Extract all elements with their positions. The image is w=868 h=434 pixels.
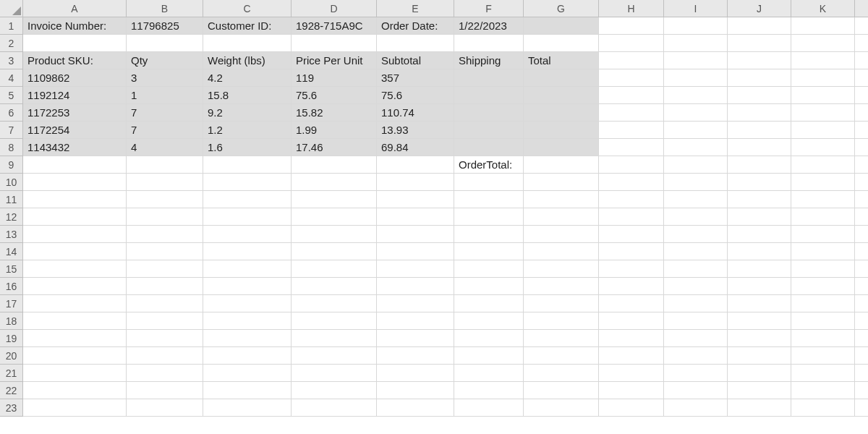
- cell-C12[interactable]: [203, 208, 292, 226]
- cell-K12[interactable]: [791, 208, 855, 226]
- cell-G18[interactable]: [524, 312, 599, 330]
- cell-E6[interactable]: 110.74: [377, 104, 454, 122]
- cell-F20[interactable]: [454, 347, 524, 365]
- cell-L11[interactable]: [855, 191, 868, 208]
- cell-I21[interactable]: [664, 365, 728, 382]
- cell-I2[interactable]: [664, 35, 728, 52]
- cell-J2[interactable]: [728, 35, 791, 52]
- cell-K1[interactable]: [791, 17, 855, 35]
- cell-J9[interactable]: [728, 156, 791, 174]
- cell-D22[interactable]: [292, 382, 377, 399]
- cell-D15[interactable]: [292, 260, 377, 278]
- cell-G9[interactable]: [524, 156, 599, 174]
- cell-H23[interactable]: [599, 399, 664, 417]
- cell-K5[interactable]: [791, 87, 855, 104]
- cell-F16[interactable]: [454, 278, 524, 295]
- cell-J23[interactable]: [728, 399, 791, 417]
- cell-A19[interactable]: [23, 330, 127, 347]
- cell-F11[interactable]: [454, 191, 524, 208]
- cell-J13[interactable]: [728, 226, 791, 243]
- cell-L15[interactable]: [855, 260, 868, 278]
- cell-G22[interactable]: [524, 382, 599, 399]
- cell-I11[interactable]: [664, 191, 728, 208]
- cell-K18[interactable]: [791, 312, 855, 330]
- row-header-4[interactable]: 4: [0, 69, 23, 87]
- cell-F17[interactable]: [454, 295, 524, 312]
- cell-G16[interactable]: [524, 278, 599, 295]
- cell-I16[interactable]: [664, 278, 728, 295]
- cell-J17[interactable]: [728, 295, 791, 312]
- cell-C17[interactable]: [203, 295, 292, 312]
- cell-G17[interactable]: [524, 295, 599, 312]
- row-header-10[interactable]: 10: [0, 174, 23, 191]
- cell-E3[interactable]: Subtotal: [377, 52, 454, 69]
- cell-L4[interactable]: [855, 69, 868, 87]
- cell-L13[interactable]: [855, 226, 868, 243]
- row-header-13[interactable]: 13: [0, 226, 23, 243]
- cell-H20[interactable]: [599, 347, 664, 365]
- cell-I19[interactable]: [664, 330, 728, 347]
- cell-H8[interactable]: [599, 139, 664, 156]
- cell-G23[interactable]: [524, 399, 599, 417]
- row-header-12[interactable]: 12: [0, 208, 23, 226]
- cell-L12[interactable]: [855, 208, 868, 226]
- cell-B9[interactable]: [127, 156, 203, 174]
- cell-I23[interactable]: [664, 399, 728, 417]
- cell-H4[interactable]: [599, 69, 664, 87]
- cell-D5[interactable]: 75.6: [292, 87, 377, 104]
- cell-B23[interactable]: [127, 399, 203, 417]
- cell-K20[interactable]: [791, 347, 855, 365]
- cell-C3[interactable]: Weight (lbs): [203, 52, 292, 69]
- cell-A20[interactable]: [23, 347, 127, 365]
- cell-D13[interactable]: [292, 226, 377, 243]
- column-header-C[interactable]: C: [203, 0, 292, 17]
- cell-K21[interactable]: [791, 365, 855, 382]
- cell-D11[interactable]: [292, 191, 377, 208]
- cell-C8[interactable]: 1.6: [203, 139, 292, 156]
- cell-G20[interactable]: [524, 347, 599, 365]
- cell-B22[interactable]: [127, 382, 203, 399]
- cell-B7[interactable]: 7: [127, 122, 203, 139]
- cell-L19[interactable]: [855, 330, 868, 347]
- cell-C9[interactable]: [203, 156, 292, 174]
- cell-G15[interactable]: [524, 260, 599, 278]
- cell-D1[interactable]: 1928-715A9C: [292, 17, 377, 35]
- cell-L18[interactable]: [855, 312, 868, 330]
- cell-D14[interactable]: [292, 243, 377, 260]
- cell-H16[interactable]: [599, 278, 664, 295]
- cell-I18[interactable]: [664, 312, 728, 330]
- cell-K22[interactable]: [791, 382, 855, 399]
- cell-K13[interactable]: [791, 226, 855, 243]
- row-header-7[interactable]: 7: [0, 122, 23, 139]
- cell-J16[interactable]: [728, 278, 791, 295]
- cell-E7[interactable]: 13.93: [377, 122, 454, 139]
- cell-H7[interactable]: [599, 122, 664, 139]
- cell-H19[interactable]: [599, 330, 664, 347]
- cell-F22[interactable]: [454, 382, 524, 399]
- cell-C13[interactable]: [203, 226, 292, 243]
- cell-I4[interactable]: [664, 69, 728, 87]
- cell-L20[interactable]: [855, 347, 868, 365]
- cell-J22[interactable]: [728, 382, 791, 399]
- cell-E14[interactable]: [377, 243, 454, 260]
- cell-L10[interactable]: [855, 174, 868, 191]
- cell-B5[interactable]: 1: [127, 87, 203, 104]
- cell-C16[interactable]: [203, 278, 292, 295]
- cell-D20[interactable]: [292, 347, 377, 365]
- cell-K4[interactable]: [791, 69, 855, 87]
- cell-J21[interactable]: [728, 365, 791, 382]
- cell-E13[interactable]: [377, 226, 454, 243]
- cell-I5[interactable]: [664, 87, 728, 104]
- cell-K8[interactable]: [791, 139, 855, 156]
- cell-D4[interactable]: 119: [292, 69, 377, 87]
- cell-A6[interactable]: 1172253: [23, 104, 127, 122]
- row-header-16[interactable]: 16: [0, 278, 23, 295]
- cell-B10[interactable]: [127, 174, 203, 191]
- cell-I15[interactable]: [664, 260, 728, 278]
- cell-L3[interactable]: [855, 52, 868, 69]
- cell-B4[interactable]: 3: [127, 69, 203, 87]
- cell-J18[interactable]: [728, 312, 791, 330]
- row-header-18[interactable]: 18: [0, 312, 23, 330]
- cell-G1[interactable]: [524, 17, 599, 35]
- cell-F5[interactable]: [454, 87, 524, 104]
